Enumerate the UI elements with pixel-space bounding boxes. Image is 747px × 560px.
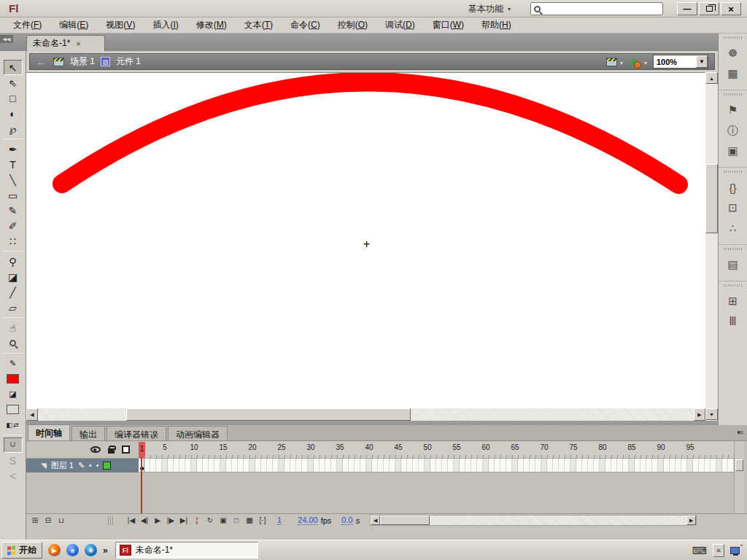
menu-item-d[interactable]: 调试(D) bbox=[378, 18, 425, 33]
lasso-tool[interactable]: ℘ bbox=[4, 121, 23, 136]
onion-skin-button[interactable]: ▣ bbox=[217, 515, 229, 526]
play-button[interactable]: ▶ bbox=[152, 515, 163, 526]
modify-markers-button[interactable]: [·] bbox=[257, 515, 268, 526]
project-panel-icon[interactable]: ▤ bbox=[724, 256, 743, 273]
collapse-panel-button[interactable]: ◀◀ bbox=[0, 35, 13, 43]
symbol-breadcrumb[interactable]: 元件 1 bbox=[116, 55, 141, 68]
library-panel-icon[interactable]: Ⅲ bbox=[724, 313, 743, 330]
quick-launch-overflow-chevron[interactable]: » bbox=[103, 545, 108, 556]
eraser-tool[interactable]: ▱ bbox=[4, 300, 23, 315]
menu-item-e[interactable]: 编辑(E) bbox=[52, 18, 98, 33]
scroll-left-button[interactable]: ◀ bbox=[371, 516, 380, 525]
layer-frames-track[interactable] bbox=[139, 459, 734, 472]
first-frame-button[interactable]: |◀ bbox=[125, 515, 137, 526]
tray-collapse-chevron[interactable]: « bbox=[713, 544, 724, 557]
stage-canvas[interactable]: + bbox=[26, 72, 705, 408]
zoom-dropdown-button[interactable]: ▼ bbox=[696, 55, 708, 68]
layer-name-cell[interactable]: ◥ 图层 1 ✎ • • bbox=[26, 459, 139, 472]
smooth-option[interactable]: S bbox=[4, 453, 23, 468]
vertical-scroll-thumb[interactable] bbox=[705, 164, 718, 233]
menu-item-c[interactable]: 命令(C) bbox=[283, 18, 330, 33]
swatches-panel-icon[interactable]: ▦ bbox=[724, 65, 743, 82]
timeline-scroll-thumb[interactable] bbox=[735, 459, 743, 471]
code-snippets-panel-icon[interactable]: {} bbox=[724, 179, 743, 196]
minimize-button[interactable]: — bbox=[677, 2, 697, 15]
scroll-down-button[interactable]: ▼ bbox=[705, 408, 718, 420]
next-frame-button[interactable]: |▶ bbox=[165, 515, 177, 526]
menu-item-v[interactable]: 视图(V) bbox=[98, 18, 145, 33]
menu-item-m[interactable]: 修改(M) bbox=[189, 18, 237, 33]
brush-tool[interactable]: ✐ bbox=[4, 218, 23, 233]
scene-breadcrumb[interactable]: 场景 1 bbox=[70, 55, 95, 68]
selection-tool[interactable]: ↖ bbox=[4, 60, 23, 75]
eyedropper-tool[interactable]: ╱ bbox=[4, 284, 23, 300]
menu-item-i[interactable]: 插入(I) bbox=[145, 18, 188, 33]
free-transform-tool[interactable]: □ bbox=[4, 90, 23, 106]
rectangle-tool[interactable]: ▭ bbox=[4, 187, 23, 203]
quick-launch-browser-icon[interactable]: e bbox=[66, 544, 79, 556]
start-button[interactable]: 开始 bbox=[1, 542, 42, 559]
new-folder-button[interactable]: ⊟ bbox=[42, 515, 54, 526]
menu-item-f[interactable]: 文件(F) bbox=[6, 18, 52, 33]
timeline-tab-inactive[interactable]: 动画编辑器 bbox=[168, 426, 228, 440]
snap-to-objects-toggle[interactable]: ∩ bbox=[4, 438, 23, 453]
lock-column-icon[interactable] bbox=[108, 448, 115, 454]
fill-color-icon[interactable]: ◪ bbox=[4, 386, 23, 402]
subselection-tool[interactable]: ⇖ bbox=[4, 75, 23, 90]
black-white-swap[interactable]: ◧⇄ bbox=[4, 417, 23, 432]
color-panel-icon[interactable]: ☸ bbox=[724, 44, 743, 62]
input-method-keyboard-icon[interactable]: ⌨ bbox=[692, 545, 707, 556]
taskbar-app-button[interactable]: Fl 未命名-1* bbox=[115, 542, 258, 559]
quick-launch-media-player-icon[interactable]: ▶ bbox=[48, 544, 61, 556]
timeline-hscroll-thumb[interactable] bbox=[380, 516, 430, 525]
delete-layer-button[interactable]: ⊔ bbox=[55, 515, 67, 526]
stroke-color-swatch[interactable] bbox=[4, 371, 23, 386]
onion-skin-outlines-button[interactable]: □ bbox=[231, 515, 242, 526]
timeline-tab-inactive[interactable]: 输出 bbox=[71, 426, 105, 440]
timeline-ruler[interactable]: 1 5101520253035404550556065707580859095 bbox=[139, 441, 734, 459]
layer-visible-dot[interactable]: • bbox=[89, 462, 92, 470]
edit-symbols-button[interactable] bbox=[629, 57, 641, 67]
timeline-horizontal-scrollbar[interactable]: ◀ ▶ bbox=[370, 515, 697, 526]
pen-tool[interactable]: ✒ bbox=[4, 141, 23, 157]
info-panel-icon[interactable]: ⓘ bbox=[724, 122, 743, 139]
menu-item-h[interactable]: 帮助(H) bbox=[474, 18, 522, 33]
3d-rotation-tool[interactable]: ◐ bbox=[4, 106, 23, 121]
show-hide-column-icon[interactable] bbox=[90, 446, 101, 453]
hand-tool[interactable]: ☝ bbox=[4, 320, 23, 335]
zoom-tool[interactable] bbox=[4, 335, 23, 351]
search-input[interactable] bbox=[530, 2, 663, 15]
align-panel-icon[interactable]: ⚑ bbox=[724, 101, 743, 119]
canvas-vertical-scrollbar[interactable]: ▲ ▼ bbox=[705, 72, 718, 421]
frame-rate-value[interactable]: 24.00 bbox=[298, 516, 318, 525]
timeline-tab-active[interactable]: 时间轴 bbox=[28, 424, 70, 440]
splitter-grip[interactable] bbox=[108, 516, 114, 525]
close-button[interactable]: × bbox=[721, 2, 741, 15]
menu-item-w[interactable]: 窗口(W) bbox=[425, 18, 474, 33]
edit-multiple-frames-button[interactable]: ▩ bbox=[244, 515, 255, 526]
canvas-horizontal-scrollbar[interactable]: ◀ ▶ bbox=[26, 408, 705, 421]
edit-scene-button[interactable] bbox=[606, 58, 617, 66]
timeline-layer-row[interactable]: ◥ 图层 1 ✎ • • bbox=[26, 459, 747, 472]
straighten-option[interactable]: < bbox=[4, 468, 23, 483]
components-panel-icon[interactable]: ⊡ bbox=[724, 199, 743, 217]
menu-item-o[interactable]: 控制(O) bbox=[330, 18, 378, 33]
panel-menu-icon[interactable]: ▾≡ bbox=[737, 429, 743, 436]
component-inspector-panel-icon[interactable]: ⊞ bbox=[724, 292, 743, 310]
fill-color-swatch[interactable] bbox=[4, 402, 23, 417]
text-tool[interactable]: T bbox=[4, 157, 23, 172]
scroll-up-button[interactable]: ▲ bbox=[705, 72, 718, 84]
prev-frame-button[interactable]: ◀| bbox=[139, 515, 150, 526]
line-tool[interactable]: ╲ bbox=[4, 172, 23, 187]
network-status-icon[interactable] bbox=[730, 547, 740, 554]
bone-tool[interactable]: ⚲ bbox=[4, 254, 23, 269]
zoom-level-combobox[interactable]: 100% ▼ bbox=[653, 55, 708, 69]
transform-panel-icon[interactable]: ▣ bbox=[724, 142, 743, 160]
center-frame-button[interactable]: ¦ bbox=[191, 515, 203, 526]
back-arrow-button[interactable]: ← bbox=[36, 56, 47, 68]
motion-presets-panel-icon[interactable]: ∴ bbox=[724, 219, 743, 237]
tab-close-icon[interactable]: × bbox=[76, 39, 80, 48]
spray-brush-tool[interactable]: ∷ bbox=[4, 233, 23, 249]
timeline-tab-inactive[interactable]: 编译器错误 bbox=[107, 426, 166, 440]
scroll-left-button[interactable]: ◀ bbox=[26, 408, 38, 421]
